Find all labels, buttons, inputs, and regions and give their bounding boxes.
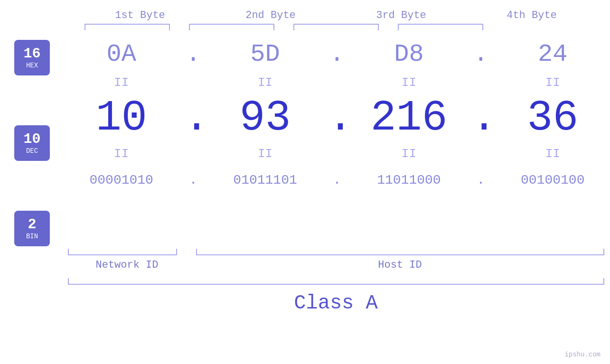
- top-brackets: [75, 24, 597, 30]
- hex-dot-icon-2: .: [329, 40, 344, 68]
- header-byte3: 3rd Byte: [349, 9, 453, 21]
- hex-dot-3: .: [471, 40, 490, 68]
- top-bracket-2: [189, 24, 274, 30]
- dec-dot-2: .: [328, 94, 347, 142]
- hex-dot-icon-3: .: [473, 40, 488, 68]
- bin-badge-number: 2: [28, 217, 36, 233]
- bracket-container-2: [179, 24, 284, 30]
- byte-headers: 1st Byte 2nd Byte 3rd Byte 4th Byte: [75, 9, 597, 21]
- hex-value-4: 24: [538, 40, 567, 68]
- dec-badge: 10 DEC: [14, 125, 50, 161]
- hex-badge: 16 HEX: [14, 40, 50, 75]
- dec-row: 10 . 93 . 216 . 36: [64, 92, 610, 144]
- equals-sign-2: II: [258, 75, 272, 90]
- hex-dot-icon-1: .: [186, 40, 201, 68]
- watermark: ipshu.com: [564, 351, 601, 358]
- header-byte1: 1st Byte: [88, 9, 192, 21]
- hex-cell-2: 5D: [213, 40, 318, 68]
- equals-cell-8: II: [500, 147, 605, 161]
- equals-cell-2: II: [213, 75, 318, 90]
- dec-value-4: 36: [527, 94, 578, 142]
- hex-badge-number: 16: [23, 46, 40, 62]
- dec-badge-number: 10: [23, 131, 40, 147]
- host-id-bracket: [196, 249, 604, 255]
- bottom-section: Network ID Host ID Class A: [63, 249, 609, 315]
- host-id-label: Host ID: [191, 259, 609, 271]
- dec-dot-icon-3: .: [471, 94, 497, 142]
- hex-row: 0A . 5D . D8 . 24: [64, 35, 610, 73]
- equals-sign-7: II: [402, 147, 416, 161]
- top-bracket-3: [293, 24, 379, 30]
- hex-badge-label: HEX: [26, 62, 38, 69]
- bin-value-2: 01011101: [233, 173, 297, 187]
- equals-row-1: II II II II: [64, 73, 610, 92]
- bin-value-3: 11011000: [377, 173, 441, 187]
- hex-dot-1: .: [184, 40, 203, 68]
- equals-cell-7: II: [357, 147, 461, 161]
- bin-cell-1: 00001010: [69, 173, 174, 187]
- dec-dot-3: .: [471, 94, 490, 142]
- hex-cell-4: 24: [500, 40, 605, 68]
- dec-value-1: 10: [96, 94, 147, 142]
- dec-cell-4: 36: [500, 94, 605, 142]
- top-bracket-4: [398, 24, 483, 30]
- bin-dot-icon-2: .: [333, 173, 341, 187]
- equals-sign-5: II: [114, 147, 129, 161]
- dec-dot-1: .: [184, 94, 203, 142]
- hex-dot-2: .: [328, 40, 347, 68]
- bin-dot-icon-3: .: [477, 173, 485, 187]
- bin-row: 00001010 . 01011101 . 11011000 .: [64, 163, 610, 196]
- equals-sign-3: II: [402, 75, 416, 90]
- equals-cell-1: II: [69, 75, 174, 90]
- bin-cell-4: 00100100: [500, 173, 605, 187]
- bracket-container-3: [284, 24, 388, 30]
- equals-cell-6: II: [213, 147, 318, 161]
- header-byte2: 2nd Byte: [218, 9, 323, 21]
- bin-dot-2: .: [328, 173, 347, 187]
- content-area: 16 HEX 10 DEC 2 BIN 0A .: [0, 35, 610, 246]
- top-bracket-1: [84, 24, 170, 30]
- equals-cell-3: II: [357, 75, 461, 90]
- equals-sign-4: II: [545, 75, 560, 90]
- bin-value-4: 00100100: [521, 173, 584, 187]
- bottom-brackets: [63, 249, 609, 255]
- bin-value-1: 00001010: [89, 173, 153, 187]
- network-id-bracket: [68, 249, 177, 255]
- hex-cell-1: 0A: [69, 40, 174, 68]
- equals-sign-1: II: [114, 75, 129, 90]
- bin-badge: 2 BIN: [14, 211, 50, 246]
- header-byte4: 4th Byte: [479, 9, 584, 21]
- hex-value-2: 5D: [250, 40, 280, 68]
- bin-badge-label: BIN: [26, 233, 38, 240]
- bin-cell-2: 01011101: [213, 173, 318, 187]
- bracket-container-1: [75, 24, 179, 30]
- equals-sign-8: II: [545, 147, 560, 161]
- class-label: Class A: [63, 292, 609, 315]
- values-grid: 0A . 5D . D8 . 24: [64, 35, 610, 246]
- hex-value-1: 0A: [106, 40, 136, 68]
- dec-dot-icon-1: .: [184, 94, 209, 142]
- equals-row-2: II II II II: [64, 144, 610, 163]
- bracket-container-4: [388, 24, 493, 30]
- hex-value-3: D8: [394, 40, 423, 68]
- equals-cell-5: II: [69, 147, 174, 161]
- dec-value-3: 216: [370, 94, 447, 142]
- bin-cell-3: 11011000: [357, 173, 461, 187]
- equals-cell-4: II: [500, 75, 605, 90]
- bin-dot-icon-1: .: [189, 173, 197, 187]
- dec-cell-3: 216: [357, 94, 461, 142]
- dec-badge-label: DEC: [26, 147, 38, 155]
- dec-cell-1: 10: [69, 94, 174, 142]
- equals-sign-6: II: [258, 147, 272, 161]
- bottom-labels: Network ID Host ID: [63, 259, 609, 271]
- dec-cell-2: 93: [213, 94, 318, 142]
- left-labels: 16 HEX 10 DEC 2 BIN: [0, 35, 64, 246]
- bin-dot-1: .: [184, 173, 203, 187]
- dec-dot-icon-2: .: [328, 94, 353, 142]
- main-container: 1st Byte 2nd Byte 3rd Byte 4th Byte 16 H…: [0, 0, 610, 364]
- network-id-label: Network ID: [63, 259, 191, 271]
- bin-dot-3: .: [471, 173, 490, 187]
- dec-value-2: 93: [240, 94, 291, 142]
- hex-cell-3: D8: [357, 40, 461, 68]
- full-bracket: [68, 278, 604, 285]
